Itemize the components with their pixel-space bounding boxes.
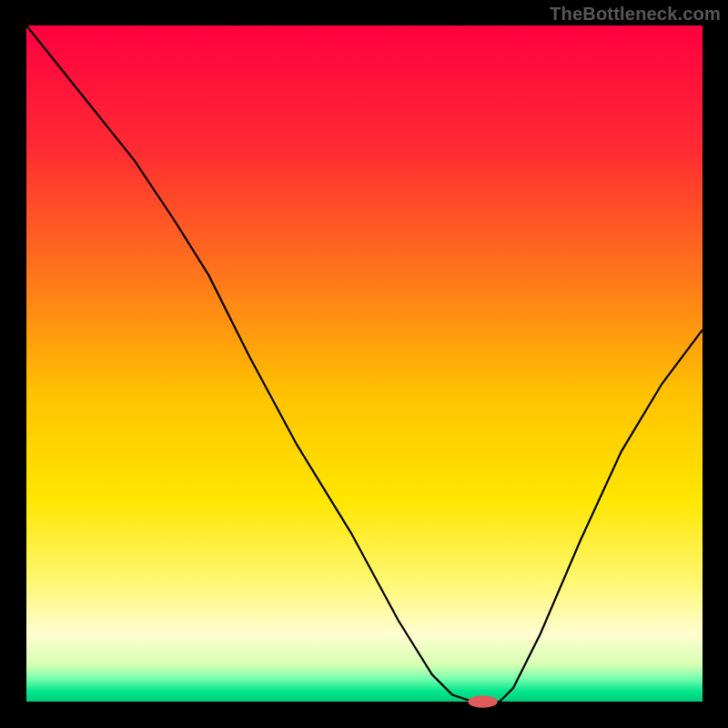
plot-background [26, 25, 703, 702]
optimum-marker [468, 695, 498, 707]
watermark-text: TheBottleneck.com [550, 4, 721, 25]
bottleneck-chart [0, 0, 728, 728]
chart-frame: { "watermark": "TheBottleneck.com", "cha… [0, 0, 728, 728]
